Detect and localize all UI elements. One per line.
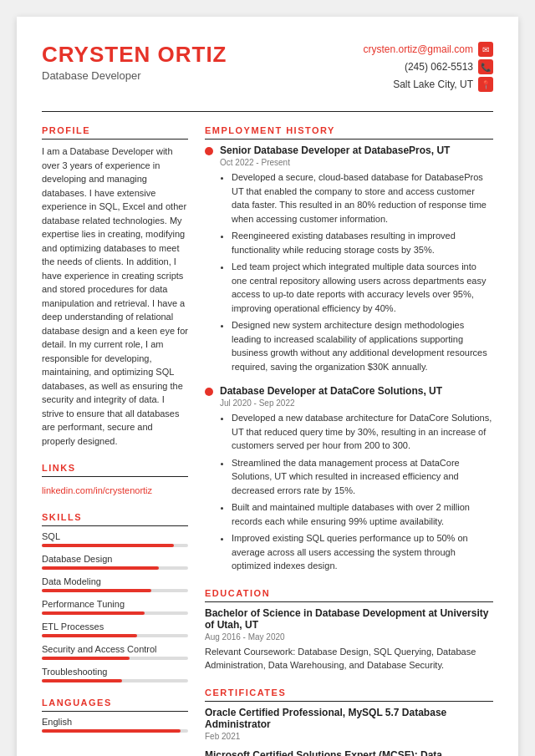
phone-row: (245) 062-5513 📞 [363, 59, 493, 74]
location-text: Salt Lake City, UT [393, 79, 473, 90]
jobs-list: Senior Database Developer at DatabasePro… [205, 145, 493, 573]
skill-name: Database Design [42, 554, 188, 564]
skill-name: Security and Access Control [42, 644, 188, 654]
job-bullet: Developed a new database architecture fo… [232, 411, 493, 453]
skills-section-title: SKILLS [42, 512, 188, 526]
profile-section-title: PROFILE [42, 125, 188, 140]
skill-bar-bg [42, 611, 188, 615]
skill-bar-bg [42, 589, 188, 592]
cert-item: Microsoft Certified Solutions Expert (MC… [205, 749, 493, 757]
cert-title: Microsoft Certified Solutions Expert (MC… [205, 749, 493, 757]
skill-name: Data Modeling [42, 576, 188, 586]
job-bullet: Built and maintained multiple databases … [232, 500, 493, 528]
job-dot [205, 388, 213, 396]
header-right: crysten.ortiz@gmail.com ✉ (245) 062-5513… [363, 42, 493, 94]
job-item: Senior Database Developer at DatabasePro… [205, 145, 493, 373]
skill-item: Performance Tuning [42, 599, 188, 615]
skill-bar-bg [42, 679, 188, 682]
candidate-title: Database Developer [42, 69, 227, 82]
skill-bar-bg [42, 544, 188, 547]
email-link[interactable]: crysten.ortiz@gmail.com [363, 43, 473, 55]
edu-date: Aug 2016 - May 2020 [205, 632, 493, 642]
skill-name: Performance Tuning [42, 599, 188, 609]
location-row: Salt Lake City, UT 📍 [363, 77, 493, 92]
skill-name: SQL [42, 531, 188, 541]
job-bullets: Developed a secure, cloud-based database… [220, 170, 493, 373]
job-title: Database Developer at DataCore Solutions… [220, 385, 442, 397]
job-header: Database Developer at DataCore Solutions… [205, 385, 493, 397]
header-left: CRYSTEN ORTIZ Database Developer [42, 42, 227, 82]
skill-bar-bg [42, 657, 188, 660]
skill-item: Security and Access Control [42, 644, 188, 660]
skill-name: ETL Processes [42, 622, 188, 632]
job-bullet: Improved existing SQL queries performanc… [232, 531, 493, 573]
skill-bar-fill [42, 657, 130, 660]
job-bullet: Led team project which integrated multip… [232, 260, 493, 315]
edu-desc: Relevant Coursework: Database Design, SQ… [205, 645, 493, 672]
left-column: PROFILE I am a Database Developer with o… [42, 125, 188, 756]
candidate-name: CRYSTEN ORTIZ [42, 42, 227, 68]
skills-section: SKILLS SQL Database Design Data Modeling… [42, 512, 188, 682]
skill-item: SQL [42, 531, 188, 547]
languages-section-title: LANGUAGES [42, 698, 188, 712]
skill-bar-bg [42, 566, 188, 570]
links-section: LINKS linkedin.com/in/crystenortiz [42, 463, 188, 497]
skill-bar-fill [42, 566, 159, 570]
certs-list: Oracle Certified Professional, MySQL 5.7… [205, 707, 493, 757]
email-row: crysten.ortiz@gmail.com ✉ [363, 42, 493, 57]
resume-container: CRYSTEN ORTIZ Database Developer crysten… [17, 17, 518, 756]
languages-section: LANGUAGES English [42, 698, 188, 733]
job-date: Oct 2022 - Present [220, 158, 493, 167]
certificates-section-title: CERTIFICATES [205, 688, 493, 702]
location-icon: 📍 [478, 77, 493, 92]
job-bullets: Developed a new database architecture fo… [220, 411, 493, 573]
skill-item: ETL Processes [42, 622, 188, 637]
cert-title: Oracle Certified Professional, MySQL 5.7… [205, 707, 493, 730]
edu-degree: Bachelor of Science in Database Developm… [205, 607, 493, 631]
skill-bar-fill [42, 611, 145, 615]
education-section-title: EDUCATION [205, 588, 493, 602]
language-bar-bg [42, 729, 188, 733]
skill-item: Data Modeling [42, 576, 188, 592]
skill-bar-fill [42, 634, 137, 637]
languages-list: English [42, 717, 188, 733]
skill-item: Troubleshooting [42, 667, 188, 682]
job-bullet: Developed a secure, cloud-based database… [232, 170, 493, 226]
job-title: Senior Database Developer at DatabasePro… [220, 145, 450, 156]
skill-bar-fill [42, 589, 151, 592]
profile-text: I am a Database Developer with over 3 ye… [42, 145, 188, 448]
linkedin-link[interactable]: linkedin.com/in/crystenortiz [42, 485, 152, 495]
cert-date: Feb 2021 [205, 732, 493, 741]
job-dot [205, 147, 213, 155]
skill-bar-bg [42, 634, 188, 637]
skill-item: Database Design [42, 554, 188, 570]
skill-name: Troubleshooting [42, 667, 188, 677]
two-col-layout: PROFILE I am a Database Developer with o… [42, 125, 493, 756]
header: CRYSTEN ORTIZ Database Developer crysten… [42, 42, 493, 94]
job-header: Senior Database Developer at DatabasePro… [205, 145, 493, 156]
employment-section: EMPLOYMENT HISTORY Senior Database Devel… [205, 125, 493, 573]
job-bullet: Designed new system architecture design … [232, 318, 493, 373]
phone-icon: 📞 [478, 59, 493, 74]
skill-bar-fill [42, 679, 122, 682]
certificates-section: CERTIFICATES Oracle Certified Profession… [205, 688, 493, 757]
job-bullet: Reengineered existing databases resultin… [232, 229, 493, 256]
cert-item: Oracle Certified Professional, MySQL 5.7… [205, 707, 493, 741]
education-section: EDUCATION Bachelor of Science in Databas… [205, 588, 493, 672]
email-icon: ✉ [478, 42, 493, 57]
language-item: English [42, 717, 188, 733]
skill-bar-fill [42, 544, 174, 547]
links-section-title: LINKS [42, 463, 188, 477]
employment-section-title: EMPLOYMENT HISTORY [205, 125, 493, 140]
phone-text: (245) 062-5513 [405, 61, 473, 73]
header-divider [42, 111, 493, 112]
right-column: EMPLOYMENT HISTORY Senior Database Devel… [205, 125, 493, 756]
skills-list: SQL Database Design Data Modeling Perfor… [42, 531, 188, 682]
job-date: Jul 2020 - Sep 2022 [220, 398, 493, 408]
language-bar-fill [42, 729, 181, 733]
job-item: Database Developer at DataCore Solutions… [205, 385, 493, 573]
job-bullet: Streamlined the data management process … [232, 456, 493, 498]
language-name: English [42, 717, 188, 727]
